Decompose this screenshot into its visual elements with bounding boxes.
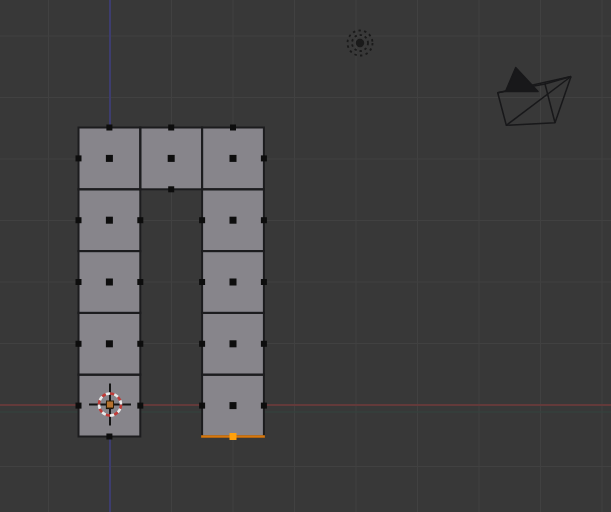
- face-center-dot[interactable]: [106, 155, 113, 162]
- lamp-core-icon: [356, 39, 364, 47]
- side-face-dot[interactable]: [76, 217, 82, 223]
- side-face-dot[interactable]: [137, 217, 143, 223]
- side-face-dot[interactable]: [76, 279, 82, 285]
- side-face-dot[interactable]: [106, 434, 112, 440]
- side-face-dot[interactable]: [137, 403, 143, 409]
- side-face-dot[interactable]: [261, 217, 267, 223]
- side-face-dot[interactable]: [137, 279, 143, 285]
- side-face-dot[interactable]: [199, 279, 205, 285]
- face-center-dot[interactable]: [106, 217, 113, 224]
- side-face-dot[interactable]: [76, 341, 82, 347]
- face-center-dot[interactable]: [230, 155, 237, 162]
- side-face-dot[interactable]: [261, 155, 267, 161]
- face-center-dot[interactable]: [230, 217, 237, 224]
- side-face-dot[interactable]: [230, 125, 236, 131]
- face-center-dot[interactable]: [106, 279, 113, 286]
- side-face-dot[interactable]: [168, 186, 174, 192]
- face-center-dot[interactable]: [230, 340, 237, 347]
- selected-face-dot[interactable]: [230, 433, 237, 440]
- side-face-dot[interactable]: [261, 403, 267, 409]
- side-face-dot[interactable]: [261, 279, 267, 285]
- side-face-dot[interactable]: [199, 217, 205, 223]
- face-center-dot[interactable]: [168, 155, 175, 162]
- side-face-dot[interactable]: [261, 341, 267, 347]
- side-face-dot[interactable]: [137, 341, 143, 347]
- side-face-dot[interactable]: [168, 125, 174, 131]
- face-center-dot[interactable]: [106, 340, 113, 347]
- face-center-dot[interactable]: [230, 402, 237, 409]
- side-face-dot[interactable]: [199, 403, 205, 409]
- side-face-dot[interactable]: [76, 155, 82, 161]
- side-face-dot[interactable]: [199, 341, 205, 347]
- face-center-dot[interactable]: [230, 279, 237, 286]
- viewport-canvas[interactable]: [0, 0, 611, 512]
- object-origin-dot[interactable]: [107, 401, 114, 408]
- side-face-dot[interactable]: [76, 403, 82, 409]
- side-face-dot[interactable]: [106, 125, 112, 131]
- blender-3d-viewport[interactable]: [0, 0, 611, 512]
